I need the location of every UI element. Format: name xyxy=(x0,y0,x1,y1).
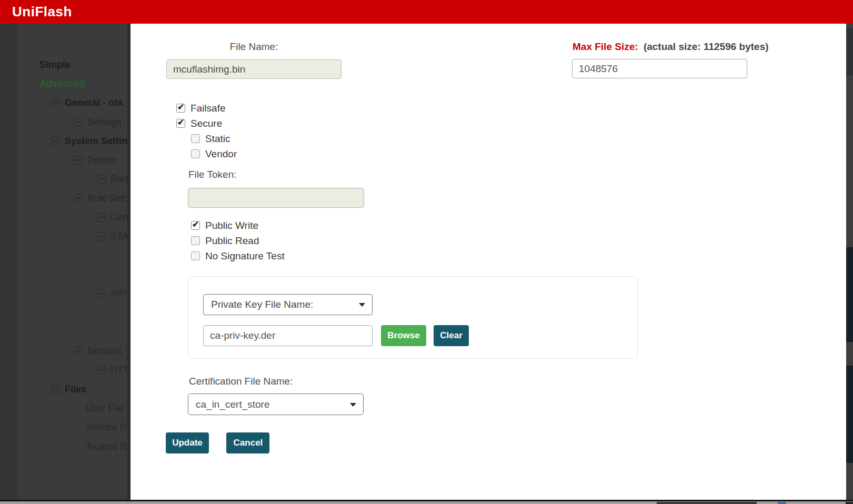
file-name-group: File Name: xyxy=(166,41,342,79)
sidebar-item[interactable]: AP/ xyxy=(0,285,127,304)
sidebar-item[interactable]: Network xyxy=(0,341,127,360)
private-key-file-input[interactable] xyxy=(203,325,373,346)
sidebar-item[interactable]: HTT xyxy=(0,361,127,380)
background-fragment xyxy=(846,247,853,342)
checkbox[interactable] xyxy=(191,149,200,158)
collapse-minus-icon[interactable] xyxy=(74,156,83,165)
navigation-tree: Simple Advanced General - ota_ Settings … xyxy=(0,24,127,456)
sidebar-item[interactable]: Settings xyxy=(0,113,127,132)
collapse-minus-icon[interactable] xyxy=(51,137,60,146)
checkbox-row[interactable]: Public Write xyxy=(191,218,285,233)
sidebar-item[interactable]: Gen xyxy=(0,208,127,227)
collapse-minus-icon[interactable] xyxy=(51,98,60,107)
bottom-edge-strip xyxy=(0,500,853,504)
app-stage: Simple Advanced General - ota_ Settings … xyxy=(0,24,853,500)
checkbox-row[interactable]: Vendor xyxy=(191,146,237,162)
sidebar-item-label: Settings xyxy=(87,117,122,128)
certification-file-value: ca_in_cert_store xyxy=(196,399,269,410)
collapse-minus-icon[interactable] xyxy=(74,347,83,356)
dropdown-arrow-icon xyxy=(359,303,365,307)
checkbox-label: Vendor xyxy=(205,148,237,160)
clear-button[interactable]: Clear xyxy=(434,325,469,346)
sidebar-item-label: HTT xyxy=(111,365,129,376)
certification-file-group: Certification File Name: ca_in_cert_stor… xyxy=(188,376,364,415)
collapse-minus-icon[interactable] xyxy=(97,175,106,184)
sidebar-item-label: System Settin xyxy=(65,136,127,147)
checkbox-row[interactable]: Static xyxy=(191,131,237,146)
sidebar-item[interactable]: Service P xyxy=(0,418,127,437)
sidebar-item[interactable]: Trusted R xyxy=(0,437,127,456)
dialog-actions: Update Cancel xyxy=(166,432,269,453)
background-right-strip xyxy=(846,24,853,500)
sidebar-item-label: Device xyxy=(87,155,116,166)
checkbox-row[interactable]: No Signature Test xyxy=(191,248,285,264)
bottom-edge-artifact xyxy=(657,502,757,504)
sidebar-item-label: Service P xyxy=(86,422,126,433)
checkbox-label: Secure xyxy=(190,118,222,129)
sidebar-item[interactable]: Advanced xyxy=(0,74,127,93)
actual-size-note: (actual size: 112596 bytes) xyxy=(644,41,769,52)
file-name-input xyxy=(166,59,342,79)
background-fragment xyxy=(846,28,853,75)
max-file-size-label: Max File Size: xyxy=(573,41,638,52)
sidebar-item-label: Advanced xyxy=(39,78,85,89)
checkbox[interactable] xyxy=(191,251,200,260)
update-button[interactable]: Update xyxy=(166,432,209,453)
file-properties-dialog: File Name: Max File Size: (actual size: … xyxy=(131,24,846,500)
checkbox[interactable] xyxy=(191,221,200,230)
file-token-input xyxy=(188,188,364,208)
sidebar-item[interactable]: Role Sett xyxy=(0,189,127,208)
cancel-button[interactable]: Cancel xyxy=(226,432,269,453)
sidebar-item-label: General - ota_ xyxy=(65,97,128,108)
collapse-minus-icon[interactable] xyxy=(51,385,60,394)
collapse-minus-icon[interactable] xyxy=(97,366,106,375)
bottom-edge-artifact xyxy=(846,502,853,504)
sidebar-item-label: Role Sett xyxy=(87,193,126,204)
sidebar-item[interactable]: Device xyxy=(0,150,127,169)
collapse-minus-icon[interactable] xyxy=(97,232,106,241)
checkbox[interactable] xyxy=(191,134,200,143)
sidebar-item-label: Network xyxy=(87,346,122,357)
uniflash-app: UniFlash Simple Advanced General - ota_ xyxy=(0,0,853,504)
dropdown-arrow-icon xyxy=(350,403,356,407)
browse-button[interactable]: Browse xyxy=(381,325,426,346)
checkbox-row[interactable]: Failsafe xyxy=(176,100,237,116)
collapse-minus-icon[interactable] xyxy=(74,194,83,203)
sidebar-item-label: Gen xyxy=(111,212,128,223)
checkbox-row[interactable]: Public Read xyxy=(191,233,285,248)
sidebar-item-label: Rad xyxy=(111,174,128,185)
sidebar-item[interactable]: Files xyxy=(0,380,127,399)
checkbox[interactable] xyxy=(191,236,200,245)
file-token-label: File Token: xyxy=(188,169,364,180)
checkbox-row[interactable]: Secure xyxy=(176,116,237,131)
collapse-minus-icon[interactable] xyxy=(74,118,83,127)
file-token-group: File Token: xyxy=(188,169,364,208)
checkbox[interactable] xyxy=(176,104,185,113)
app-title: UniFlash xyxy=(12,0,72,24)
sidebar-item-label: Simple xyxy=(39,59,71,70)
collapse-minus-icon[interactable] xyxy=(97,289,106,298)
checkbox-label: No Signature Test xyxy=(205,250,285,262)
max-file-size-input[interactable] xyxy=(572,59,747,78)
sidebar-item[interactable]: System Settin xyxy=(0,132,127,150)
max-file-size-group: Max File Size: (actual size: 112596 byte… xyxy=(572,41,793,78)
flags-checkbox-group: Failsafe Secure Static Vendor xyxy=(176,100,237,162)
collapse-minus-icon[interactable] xyxy=(97,213,106,222)
bottom-edge-artifact xyxy=(778,502,786,504)
sidebar-item-label: Files xyxy=(65,384,86,395)
app-header: UniFlash xyxy=(0,0,853,24)
checkbox[interactable] xyxy=(176,119,185,128)
sidebar-item[interactable]: STA xyxy=(0,227,127,246)
sidebar-item-label: AP/ xyxy=(111,288,126,299)
sidebar-item-label: Trusted R xyxy=(86,441,127,452)
sidebar-item[interactable]: General - ota_ xyxy=(0,94,127,113)
background-fragment xyxy=(846,366,853,463)
certification-file-select[interactable]: ca_in_cert_store xyxy=(188,394,364,415)
sidebar-item[interactable]: Simple xyxy=(0,55,127,74)
private-key-type-select[interactable]: Private Key File Name: xyxy=(203,294,373,315)
sidebar-item[interactable]: Rad xyxy=(0,170,127,189)
certification-file-label: Certification File Name: xyxy=(189,376,364,387)
sidebar-nav: Simple Advanced General - ota_ Settings … xyxy=(0,24,131,500)
file-name-label: File Name: xyxy=(166,41,342,53)
sidebar-item[interactable]: User File xyxy=(0,399,127,418)
